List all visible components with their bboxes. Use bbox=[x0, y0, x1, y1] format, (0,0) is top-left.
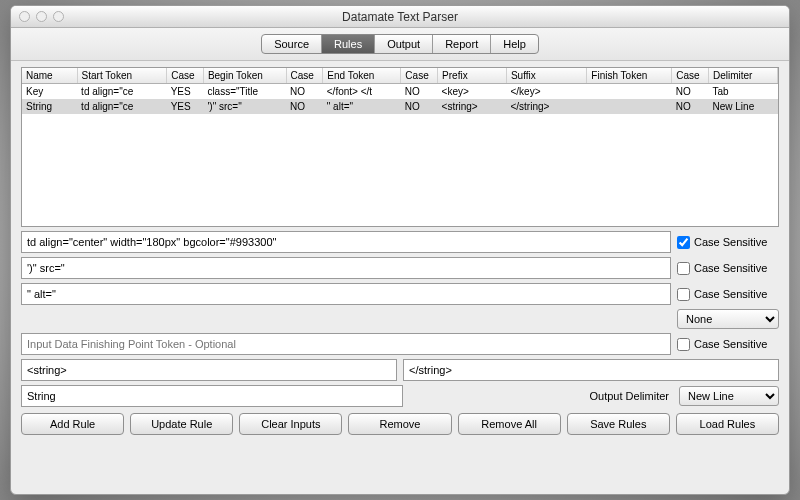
prefix-field[interactable] bbox=[21, 359, 397, 381]
col-finish-token[interactable]: Finish Token bbox=[587, 68, 672, 84]
end-token-mode-select[interactable]: None bbox=[677, 309, 779, 329]
load-rules-button[interactable]: Load Rules bbox=[676, 413, 779, 435]
case-sensitive-start[interactable]: Case Sensitive bbox=[677, 236, 779, 249]
output-delimiter-label: Output Delimiter bbox=[590, 390, 673, 402]
start-token-field[interactable] bbox=[21, 231, 671, 253]
save-rules-button[interactable]: Save Rules bbox=[567, 413, 670, 435]
button-row: Add Rule Update Rule Clear Inputs Remove… bbox=[21, 413, 779, 435]
end-token-field[interactable] bbox=[21, 283, 671, 305]
case-sensitive-start-checkbox[interactable] bbox=[677, 236, 690, 249]
tab-bar: Source Rules Output Report Help bbox=[11, 28, 789, 61]
finish-token-field[interactable] bbox=[21, 333, 671, 355]
col-suffix[interactable]: Suffix bbox=[506, 68, 586, 84]
output-delimiter-select[interactable]: New Line bbox=[679, 386, 779, 406]
rules-table[interactable]: Name Start Token Case Begin Token Case E… bbox=[21, 67, 779, 227]
case-sensitive-end-checkbox[interactable] bbox=[677, 288, 690, 301]
tab-rules[interactable]: Rules bbox=[322, 35, 375, 53]
case-sensitive-begin-checkbox[interactable] bbox=[677, 262, 690, 275]
case-sensitive-end[interactable]: Case Sensitive bbox=[677, 288, 779, 301]
col-begin-token[interactable]: Begin Token bbox=[203, 68, 286, 84]
col-delimiter[interactable]: Delimiter bbox=[709, 68, 778, 84]
app-window: Datamate Text Parser Source Rules Output… bbox=[10, 5, 790, 495]
case-sensitive-finish[interactable]: Case Sensitive bbox=[677, 338, 779, 351]
window-title: Datamate Text Parser bbox=[11, 10, 789, 24]
tab-segmented-control: Source Rules Output Report Help bbox=[261, 34, 539, 54]
titlebar: Datamate Text Parser bbox=[11, 6, 789, 28]
col-case-4[interactable]: Case bbox=[672, 68, 709, 84]
col-prefix[interactable]: Prefix bbox=[438, 68, 507, 84]
tab-output[interactable]: Output bbox=[375, 35, 433, 53]
col-end-token[interactable]: End Token bbox=[323, 68, 401, 84]
tab-help[interactable]: Help bbox=[491, 35, 538, 53]
suffix-field[interactable] bbox=[403, 359, 779, 381]
col-case-2[interactable]: Case bbox=[286, 68, 323, 84]
begin-token-field[interactable] bbox=[21, 257, 671, 279]
case-sensitive-finish-checkbox[interactable] bbox=[677, 338, 690, 351]
remove-all-button[interactable]: Remove All bbox=[458, 413, 561, 435]
content-area: Name Start Token Case Begin Token Case E… bbox=[11, 61, 789, 494]
table-row[interactable]: Key td align="ce YES class="Title NO </f… bbox=[22, 84, 778, 100]
case-sensitive-begin[interactable]: Case Sensitive bbox=[677, 262, 779, 275]
update-rule-button[interactable]: Update Rule bbox=[130, 413, 233, 435]
clear-inputs-button[interactable]: Clear Inputs bbox=[239, 413, 342, 435]
add-rule-button[interactable]: Add Rule bbox=[21, 413, 124, 435]
col-case-3[interactable]: Case bbox=[401, 68, 438, 84]
remove-button[interactable]: Remove bbox=[348, 413, 451, 435]
col-start-token[interactable]: Start Token bbox=[77, 68, 167, 84]
tab-source[interactable]: Source bbox=[262, 35, 322, 53]
table-row[interactable]: String td align="ce YES ')" src=" NO " a… bbox=[22, 99, 778, 114]
table-header-row: Name Start Token Case Begin Token Case E… bbox=[22, 68, 778, 84]
col-name[interactable]: Name bbox=[22, 68, 77, 84]
tab-report[interactable]: Report bbox=[433, 35, 491, 53]
rule-name-field[interactable] bbox=[21, 385, 403, 407]
col-case-1[interactable]: Case bbox=[167, 68, 204, 84]
